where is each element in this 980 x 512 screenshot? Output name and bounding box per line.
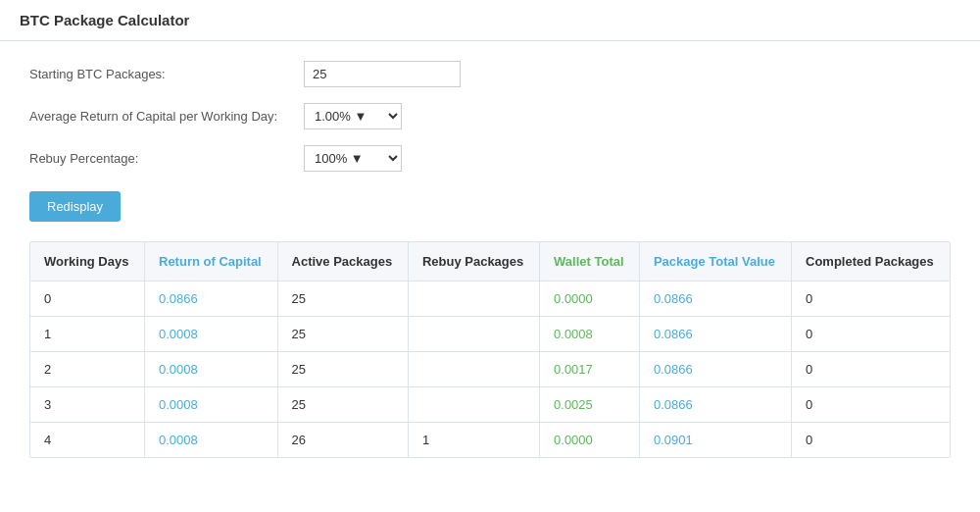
rebuy-percentage-row: Rebuy Percentage: 100% ▼ 75% 50% 25% 0%: [29, 145, 951, 172]
cell-return_of_capital: 0.0008: [145, 387, 278, 423]
starting-packages-row: Starting BTC Packages:: [29, 61, 951, 87]
cell-package_total_value: 0.0866: [639, 317, 791, 352]
cell-completed_packages: 0: [792, 352, 951, 387]
page-title: BTC Package Calculator: [20, 12, 189, 28]
col-header-return_of_capital: Return of Capital: [145, 242, 278, 282]
cell-working_days: 1: [30, 317, 145, 352]
starting-packages-input[interactable]: [304, 61, 461, 87]
col-header-active_packages: Active Packages: [277, 242, 408, 282]
table-container: Working DaysReturn of CapitalActive Pack…: [29, 241, 951, 458]
cell-package_total_value: 0.0866: [639, 352, 791, 387]
cell-rebuy_packages: [408, 317, 539, 352]
form-section: Starting BTC Packages: Average Return of…: [29, 61, 951, 172]
cell-wallet_total: 0.0017: [540, 352, 640, 387]
col-header-working_days: Working Days: [30, 242, 145, 282]
cell-rebuy_packages: [408, 282, 539, 317]
cell-completed_packages: 0: [792, 282, 951, 317]
cell-working_days: 2: [30, 352, 145, 387]
cell-wallet_total: 0.0000: [540, 423, 640, 458]
cell-completed_packages: 0: [792, 317, 951, 352]
col-header-completed_packages: Completed Packages: [792, 242, 951, 282]
cell-active_packages: 25: [277, 317, 408, 352]
cell-return_of_capital: 0.0008: [145, 352, 278, 387]
cell-wallet_total: 0.0008: [540, 317, 640, 352]
cell-rebuy_packages: 1: [408, 423, 539, 458]
table-row: 10.0008250.00080.08660: [30, 317, 950, 352]
col-header-package_total_value: Package Total Value: [639, 242, 791, 282]
cell-working_days: 4: [30, 423, 145, 458]
page-container: BTC Package Calculator Starting BTC Pack…: [0, 0, 980, 512]
table-row: 30.0008250.00250.08660: [30, 387, 950, 423]
cell-working_days: 3: [30, 387, 145, 423]
cell-rebuy_packages: [408, 352, 539, 387]
cell-package_total_value: 0.0901: [639, 423, 791, 458]
cell-completed_packages: 0: [792, 387, 951, 423]
cell-rebuy_packages: [408, 387, 539, 423]
table-row: 00.0866250.00000.08660: [30, 282, 950, 317]
table-row: 20.0008250.00170.08660: [30, 352, 950, 387]
rebuy-percentage-label: Rebuy Percentage:: [29, 151, 304, 166]
cell-active_packages: 25: [277, 387, 408, 423]
cell-return_of_capital: 0.0008: [145, 423, 278, 458]
cell-package_total_value: 0.0866: [639, 282, 791, 317]
cell-return_of_capital: 0.0008: [145, 317, 278, 352]
cell-package_total_value: 0.0866: [639, 387, 791, 423]
results-table: Working DaysReturn of CapitalActive Pack…: [30, 242, 950, 457]
table-row: 40.00082610.00000.09010: [30, 423, 950, 458]
cell-working_days: 0: [30, 282, 145, 317]
table-header-row: Working DaysReturn of CapitalActive Pack…: [30, 242, 950, 282]
avg-return-row: Average Return of Capital per Working Da…: [29, 103, 951, 129]
header-bar: BTC Package Calculator: [0, 0, 980, 41]
cell-active_packages: 26: [277, 423, 408, 458]
avg-return-label: Average Return of Capital per Working Da…: [29, 109, 304, 124]
main-content: Starting BTC Packages: Average Return of…: [0, 41, 980, 478]
col-header-wallet_total: Wallet Total: [540, 242, 640, 282]
cell-wallet_total: 0.0025: [540, 387, 640, 423]
redisplay-button[interactable]: Redisplay: [29, 191, 121, 222]
col-header-rebuy_packages: Rebuy Packages: [408, 242, 539, 282]
cell-return_of_capital: 0.0866: [145, 282, 278, 317]
cell-active_packages: 25: [277, 282, 408, 317]
cell-completed_packages: 0: [792, 423, 951, 458]
cell-active_packages: 25: [277, 352, 408, 387]
avg-return-select[interactable]: 1.00% ▼ 1.25% 1.50% 0.75% 0.50%: [304, 103, 402, 129]
rebuy-percentage-select[interactable]: 100% ▼ 75% 50% 25% 0%: [304, 145, 402, 172]
cell-wallet_total: 0.0000: [540, 282, 640, 317]
starting-packages-label: Starting BTC Packages:: [29, 67, 304, 81]
